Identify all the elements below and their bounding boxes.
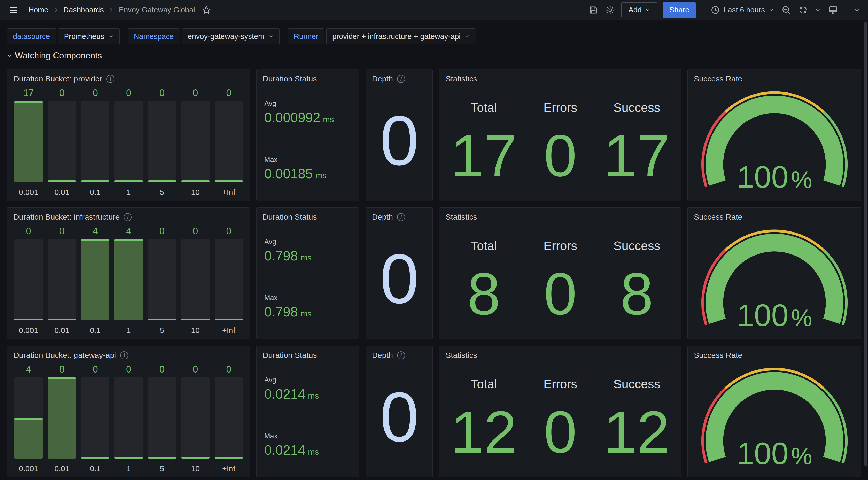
panel-title[interactable]: Duration Status: [263, 213, 317, 221]
variable-value-dropdown[interactable]: envoy-gateway-system: [182, 28, 280, 44]
stat-label: Max: [264, 294, 353, 302]
panel-title[interactable]: Statistics: [445, 351, 477, 360]
info-icon[interactable]: i: [397, 213, 405, 221]
stat-column: Errors 0: [522, 223, 598, 335]
bar-column: 41: [115, 223, 143, 335]
time-range-picker[interactable]: Last 6 hours: [711, 5, 774, 15]
panel-title[interactable]: Duration Bucket: gateway-api: [13, 351, 116, 360]
stat-column: Total 17: [445, 85, 522, 197]
panel-depth: Depth i 0: [366, 69, 433, 201]
variable-label: Namespace: [128, 28, 180, 44]
gauge-unit: %: [791, 168, 812, 191]
chevron-down-icon: [815, 7, 821, 13]
dashboard-variables: datasource Prometheus Namespace envoy-ga…: [7, 28, 476, 44]
breadcrumb-dashboards[interactable]: Dashboards: [63, 6, 103, 14]
toolbar-overflow-dropdown[interactable]: [853, 6, 860, 14]
gear-icon[interactable]: [605, 5, 615, 15]
variable-datasource: datasource Prometheus: [7, 28, 120, 44]
bar-x-label: 0.01: [48, 320, 76, 335]
add-button[interactable]: Add: [621, 2, 657, 18]
refresh-interval-dropdown[interactable]: [815, 7, 821, 13]
row-section-toggle[interactable]: Watching Components: [6, 51, 102, 60]
breadcrumb-home[interactable]: Home: [28, 6, 48, 14]
info-icon[interactable]: i: [120, 351, 128, 359]
toolbar-divider: [703, 4, 704, 16]
bar-x-label: 0.1: [81, 458, 109, 473]
bar-column: 00.01: [48, 85, 76, 197]
share-button[interactable]: Share: [663, 2, 696, 18]
panel-title[interactable]: Depth: [372, 74, 393, 83]
chevron-down-icon: [465, 34, 470, 39]
info-icon[interactable]: i: [397, 351, 405, 359]
bar-value-label: 0: [14, 223, 43, 239]
gauge-unit: %: [791, 306, 812, 330]
bar-fill: [81, 239, 109, 320]
panel-title[interactable]: Statistics: [445, 213, 477, 221]
stat-label: Max: [264, 432, 353, 440]
stat-label: Max: [264, 156, 353, 164]
bar-track: [215, 378, 243, 458]
bar-column: 80.01: [48, 361, 76, 473]
chevron-down-icon: [853, 6, 860, 14]
panel-title[interactable]: Success Rate: [694, 213, 742, 221]
bar-cap: [215, 180, 243, 182]
panel-title[interactable]: Duration Status: [263, 74, 317, 83]
zoom-out-icon[interactable]: [781, 5, 791, 15]
info-icon[interactable]: i: [397, 75, 405, 83]
bar-value-label: 0: [81, 361, 109, 378]
bar-x-label: 0.1: [81, 320, 109, 335]
breadcrumb-current-dashboard: Envoy Gateway Global: [119, 6, 195, 14]
variable-label: datasource: [7, 28, 56, 44]
bar-cap: [48, 319, 76, 320]
panel-statistics: Statistics Total 17 Errors 0 Success 17: [439, 69, 681, 201]
bar-x-label: 10: [181, 320, 210, 335]
max-stat: Max 0.798ms: [264, 279, 353, 335]
chevron-down-icon: [6, 53, 12, 59]
variable-value-dropdown[interactable]: Prometheus: [58, 28, 120, 44]
variable-value: provider + infrastructure + gateway-api: [332, 32, 460, 41]
stat-column-value: 0: [544, 115, 577, 197]
panel-title[interactable]: Statistics: [445, 74, 477, 83]
refresh-icon[interactable]: [799, 5, 808, 15]
panel-title[interactable]: Duration Status: [263, 351, 317, 360]
panel-title[interactable]: Duration Bucket: provider: [13, 74, 102, 83]
stat-column-header: Success: [613, 239, 660, 253]
panel-title[interactable]: Success Rate: [694, 351, 742, 360]
panel-title[interactable]: Depth: [372, 213, 393, 221]
panel-duration-status: Duration Status Avg 0.0214ms Max 0.0214m…: [256, 346, 359, 477]
bar-cap: [115, 457, 143, 458]
scrollbar-thumb[interactable]: [864, 22, 867, 466]
panel-duration-status: Duration Status Avg 0.000992ms Max 0.001…: [256, 69, 359, 201]
bar-column: 0+Inf: [215, 361, 243, 473]
save-icon[interactable]: [589, 5, 598, 15]
bar-track: [181, 239, 210, 320]
info-icon[interactable]: i: [124, 213, 132, 221]
bar-x-label: 0.001: [14, 182, 43, 197]
variable-value-dropdown[interactable]: provider + infrastructure + gateway-api: [326, 28, 475, 44]
bar-value-label: 0: [48, 85, 76, 101]
panel-title[interactable]: Depth: [372, 351, 393, 360]
info-icon[interactable]: i: [106, 75, 115, 83]
panel-duration-bucket-provider: Duration Bucket: provider i 170.00100.01…: [7, 69, 250, 201]
star-icon[interactable]: [202, 5, 211, 15]
gauge-value: 100 %: [737, 438, 812, 469]
bar-cap: [48, 180, 76, 182]
stat-column-value: 8: [467, 253, 500, 335]
stat-column: Errors 0: [522, 85, 598, 197]
bar-value-label: 4: [14, 361, 43, 378]
panel-success-rate: Success Rate 100 %: [687, 207, 861, 339]
menu-icon[interactable]: [8, 4, 19, 16]
bar-gauge-chart: 40.00180.0100.101050100+Inf: [13, 361, 244, 473]
bar-cap: [14, 418, 43, 420]
panel-title[interactable]: Success Rate: [694, 74, 742, 83]
bar-column: 010: [181, 223, 210, 335]
panel-title[interactable]: Duration Bucket: infrastructure: [13, 213, 120, 221]
avg-stat: Avg 0.0214ms: [264, 361, 353, 417]
stat-column-header: Errors: [544, 100, 578, 115]
stat-column: Errors 0: [522, 361, 598, 473]
bar-column: 01: [115, 361, 143, 473]
panel-success-rate: Success Rate 100 %: [687, 69, 861, 201]
monitor-icon[interactable]: [828, 5, 838, 15]
bar-column: 0+Inf: [215, 223, 243, 335]
bar-track: [81, 239, 109, 320]
